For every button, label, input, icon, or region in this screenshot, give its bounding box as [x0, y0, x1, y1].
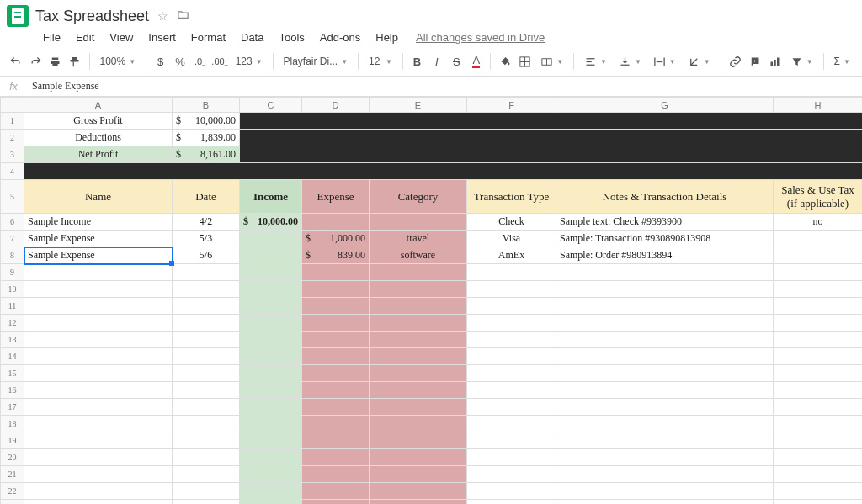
col-E[interactable]: E	[370, 98, 467, 113]
cell-date[interactable]: 5/3	[173, 231, 240, 247]
chart-button[interactable]	[765, 50, 783, 72]
increase-decimal-button[interactable]: .00_	[210, 50, 228, 72]
cell-date[interactable]: 5/6	[173, 247, 240, 264]
gross-profit-label[interactable]: Gross Profit	[24, 113, 173, 130]
row-2[interactable]: 2 Deductions $1,839.00	[1, 130, 863, 146]
star-icon[interactable]: ☆	[157, 9, 168, 23]
cell-txn[interactable]: Check	[467, 214, 556, 231]
data-row-1[interactable]: 6 Sample Income 4/2 $10,000.00 Check Sam…	[1, 214, 863, 231]
hdr-tax[interactable]: Sales & Use Tax (if applicable)	[774, 180, 863, 214]
cell-tax[interactable]	[774, 231, 863, 247]
empty-row[interactable]: 18	[1, 416, 863, 432]
h-align-button[interactable]: ▼	[579, 56, 612, 68]
sheets-logo[interactable]	[7, 5, 29, 27]
format-currency-button[interactable]: $	[152, 50, 169, 72]
cell-notes[interactable]: Sample text: Check #9393900	[556, 214, 774, 231]
cell-name[interactable]: Sample Expense	[24, 231, 173, 247]
paint-format-button[interactable]	[66, 50, 83, 72]
strikethrough-button[interactable]: S	[448, 50, 466, 72]
italic-button[interactable]: I	[428, 50, 445, 72]
undo-button[interactable]	[7, 50, 24, 72]
net-profit-label[interactable]: Net Profit	[24, 146, 173, 163]
menu-format[interactable]: Format	[184, 28, 233, 47]
cell-notes[interactable]: Sample: Transaction #930890813908	[556, 231, 774, 247]
menu-data[interactable]: Data	[233, 28, 271, 47]
functions-button[interactable]: Σ▼	[829, 56, 855, 67]
menu-addons[interactable]: Add-ons	[312, 28, 368, 47]
deductions-label[interactable]: Deductions	[24, 130, 173, 146]
cell-expense[interactable]: $1,000.00	[302, 231, 370, 247]
bold-button[interactable]: B	[408, 50, 426, 72]
redo-button[interactable]	[26, 50, 44, 72]
empty-row[interactable]: 14	[1, 348, 863, 365]
zoom-combo[interactable]: 100%▼	[95, 56, 141, 67]
menu-tools[interactable]: Tools	[271, 28, 311, 47]
cell-expense[interactable]	[302, 214, 370, 231]
cell-income[interactable]: $10,000.00	[240, 214, 302, 231]
wrap-button[interactable]: ▼	[648, 56, 681, 68]
cell-txn[interactable]: AmEx	[467, 247, 556, 264]
col-H[interactable]: H	[774, 98, 863, 113]
merge-button[interactable]: ▼	[535, 56, 568, 68]
empty-row[interactable]: 21	[1, 466, 863, 483]
spreadsheet-grid[interactable]: A B C D E F G H 1 Gross Profit $10,000.0…	[0, 97, 862, 504]
empty-row[interactable]: 17	[1, 399, 863, 416]
empty-row[interactable]: 10	[1, 281, 863, 298]
hdr-txn[interactable]: Transaction Type	[467, 180, 556, 214]
formula-input[interactable]: Sample Expense	[27, 77, 104, 96]
cell-tax[interactable]	[774, 247, 863, 264]
col-C[interactable]: C	[240, 98, 302, 113]
cell-category[interactable]: travel	[370, 231, 467, 247]
data-row-2[interactable]: 7 Sample Expense 5/3 $1,000.00 travel Vi…	[1, 231, 863, 247]
empty-row[interactable]: 23	[1, 500, 863, 505]
fill-color-button[interactable]	[496, 50, 513, 72]
cell-income[interactable]	[240, 231, 302, 247]
row-4[interactable]: 4	[1, 163, 863, 180]
hdr-date[interactable]: Date	[173, 180, 240, 214]
v-align-button[interactable]: ▼	[614, 56, 646, 68]
format-percent-button[interactable]: %	[171, 50, 189, 72]
cell-category[interactable]: software	[370, 247, 467, 264]
cell-notes[interactable]: Sample: Order #980913894	[556, 247, 774, 264]
hdr-category[interactable]: Category	[370, 180, 467, 214]
hdr-notes[interactable]: Notes & Transaction Details	[556, 180, 774, 214]
text-color-button[interactable]: A	[467, 50, 485, 72]
deductions-value[interactable]: $1,839.00	[173, 130, 240, 146]
menu-help[interactable]: Help	[368, 28, 406, 47]
link-button[interactable]	[726, 50, 744, 72]
empty-row[interactable]: 11	[1, 298, 863, 315]
document-title[interactable]: Tax Spreadsheet	[35, 8, 149, 25]
cell-date[interactable]: 4/2	[173, 214, 240, 231]
menu-insert[interactable]: Insert	[141, 28, 184, 47]
cell-name[interactable]: Sample Income	[24, 214, 173, 231]
menu-view[interactable]: View	[102, 28, 141, 47]
font-size-combo[interactable]: 12▼	[364, 56, 397, 67]
borders-button[interactable]	[516, 50, 534, 72]
col-D[interactable]: D	[302, 98, 370, 113]
row-3[interactable]: 3 Net Profit $8,161.00	[1, 146, 863, 163]
gross-profit-value[interactable]: $10,000.00	[173, 113, 240, 130]
cell-income[interactable]	[240, 247, 302, 264]
col-G[interactable]: G	[556, 98, 774, 113]
empty-row[interactable]: 12	[1, 315, 863, 332]
cell-category[interactable]	[370, 214, 467, 231]
cell-txn[interactable]: Visa	[467, 231, 556, 247]
number-format-combo[interactable]: 123▼	[231, 56, 268, 67]
column-headers[interactable]: A B C D E F G H	[1, 98, 863, 113]
empty-row[interactable]: 22	[1, 483, 863, 500]
empty-row[interactable]: 13	[1, 332, 863, 348]
col-A[interactable]: A	[24, 98, 173, 113]
empty-row[interactable]: 19	[1, 432, 863, 449]
menu-edit[interactable]: Edit	[68, 28, 102, 47]
save-status[interactable]: All changes saved in Drive	[406, 31, 545, 44]
col-F[interactable]: F	[467, 98, 556, 113]
net-profit-value[interactable]: $8,161.00	[173, 146, 240, 163]
empty-row[interactable]: 15	[1, 365, 863, 382]
hdr-income[interactable]: Income	[240, 180, 302, 214]
cell-name-selected[interactable]: Sample Expense	[24, 247, 173, 264]
col-B[interactable]: B	[173, 98, 240, 113]
comment-button[interactable]: +	[746, 50, 764, 72]
font-combo[interactable]: Playfair Di...▼	[279, 56, 354, 67]
empty-row[interactable]: 16	[1, 382, 863, 399]
row-1[interactable]: 1 Gross Profit $10,000.00	[1, 113, 863, 130]
